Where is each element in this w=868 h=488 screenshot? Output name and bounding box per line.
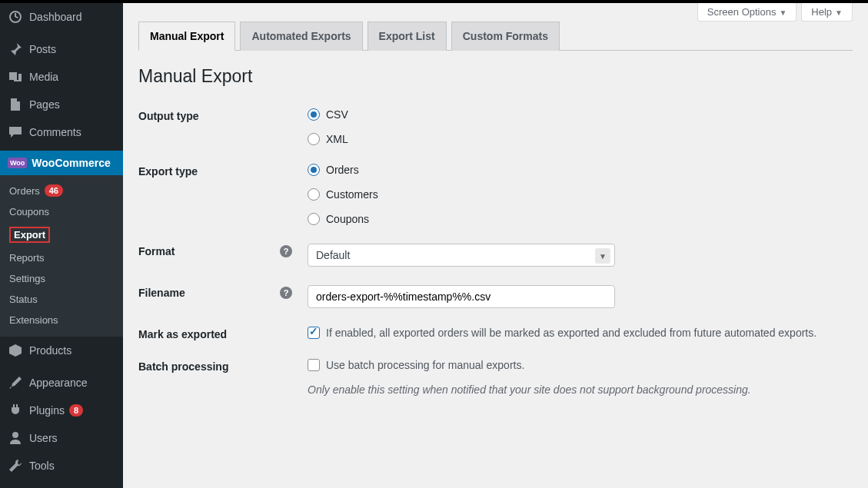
radio-customers-wrap[interactable]: Customers (308, 188, 853, 201)
label-export-type: Export type (138, 164, 308, 178)
mark-exported-checkbox[interactable] (308, 327, 320, 339)
sidebar-item-pages[interactable]: Pages (0, 91, 123, 118)
sidebar-item-products[interactable]: Products (0, 337, 123, 364)
sidebar-item-dashboard[interactable]: Dashboard (0, 3, 123, 31)
label-batch: Batch processing (138, 359, 308, 373)
sidebar-label: Comments (29, 126, 81, 138)
sidebar-sub-settings[interactable]: Settings (0, 268, 123, 289)
sidebar-sub-status[interactable]: Status (0, 289, 123, 310)
comment-icon (8, 124, 23, 140)
sidebar-item-plugins[interactable]: Plugins 8 (0, 397, 123, 424)
brush-icon (8, 375, 23, 390)
sidebar-sub-coupons[interactable]: Coupons (0, 201, 123, 222)
radio-xml[interactable] (308, 133, 320, 145)
sidebar-label: Posts (29, 43, 56, 55)
radio-xml-wrap[interactable]: XML (308, 133, 853, 145)
sub-label: Coupons (9, 206, 49, 217)
sidebar-sub-export[interactable]: Export (0, 222, 123, 247)
sidebar-label: Dashboard (29, 11, 82, 23)
sub-label: Reports (9, 252, 45, 264)
sidebar-label: Products (29, 344, 72, 357)
label-output-type: Output type (138, 108, 308, 122)
screen-options-button[interactable]: Screen Options▼ (697, 3, 797, 22)
tab-export-list[interactable]: Export List (367, 22, 447, 51)
batch-note: Only enable this setting when notified t… (308, 383, 853, 396)
sub-label: Settings (9, 273, 45, 284)
sub-label: Orders (9, 185, 40, 197)
tab-custom-formats[interactable]: Custom Formats (451, 22, 560, 51)
row-mark-exported: Mark as exported If enabled, all exporte… (138, 317, 853, 350)
sidebar-label: Plugins (29, 404, 65, 417)
sidebar-sub-extensions[interactable]: Extensions (0, 310, 123, 330)
label-mark-exported: Mark as exported (138, 327, 308, 340)
label-filename: Filename (138, 287, 185, 299)
help-icon[interactable]: ? (280, 287, 292, 299)
sub-label: Status (9, 294, 38, 305)
page-title: Manual Export (138, 66, 853, 87)
chevron-down-icon: ▼ (779, 8, 787, 17)
sidebar-label: Appearance (29, 377, 88, 389)
sidebar-item-tools[interactable]: Tools (0, 452, 123, 480)
sidebar-item-comments[interactable]: Comments (0, 118, 123, 146)
row-filename: Filename? (138, 276, 853, 317)
radio-coupons[interactable] (308, 213, 320, 225)
sidebar-sub-reports[interactable]: Reports (0, 247, 123, 268)
dashboard-icon (8, 9, 23, 25)
plugin-icon (8, 403, 23, 418)
batch-wrap[interactable]: Use batch processing for manual exports. (308, 359, 853, 371)
main-content: Screen Options▼ Help▼ Manual Export Auto… (123, 3, 868, 488)
sidebar-label: Users (29, 432, 58, 444)
page-icon (8, 97, 23, 112)
plugins-count-badge: 8 (69, 404, 83, 417)
row-output-type: Output type CSV XML (138, 99, 853, 154)
sidebar-label: Pages (29, 98, 60, 111)
row-format: Format? Default ▼ (138, 234, 853, 276)
sidebar-item-woocommerce[interactable]: Woo WooCommerce (0, 151, 123, 175)
wrench-icon (8, 458, 23, 473)
sidebar-label: WooCommerce (32, 157, 110, 169)
export-tabs: Manual Export Automated Exports Export L… (138, 22, 853, 51)
sub-label: Extensions (9, 314, 58, 326)
format-select[interactable]: Default (308, 244, 615, 267)
row-export-type: Export type Orders Customers Coupons (138, 154, 853, 234)
product-icon (8, 343, 23, 358)
radio-customers[interactable] (308, 188, 320, 201)
filename-input[interactable] (308, 285, 615, 308)
sidebar-item-media[interactable]: Media (0, 63, 123, 91)
radio-csv-wrap[interactable]: CSV (308, 108, 853, 121)
orders-count-badge: 46 (45, 184, 63, 197)
radio-coupons-wrap[interactable]: Coupons (308, 213, 853, 225)
sidebar-item-appearance[interactable]: Appearance (0, 369, 123, 397)
sidebar-label: Media (29, 71, 58, 83)
sidebar-label: Tools (29, 460, 55, 472)
tab-manual-export[interactable]: Manual Export (138, 22, 235, 51)
sidebar-sub-orders[interactable]: Orders 46 (0, 180, 123, 201)
media-icon (8, 69, 23, 85)
pin-icon (8, 41, 23, 57)
sidebar-item-posts[interactable]: Posts (0, 35, 123, 63)
label-format: Format (138, 245, 175, 257)
screen-meta-links: Screen Options▼ Help▼ (697, 3, 853, 22)
chevron-down-icon: ▼ (835, 8, 843, 17)
radio-orders-wrap[interactable]: Orders (308, 164, 853, 176)
user-icon (8, 430, 23, 446)
radio-orders[interactable] (308, 164, 320, 176)
woocommerce-submenu: Orders 46 Coupons Export Reports Setting… (0, 175, 123, 337)
radio-csv[interactable] (308, 108, 320, 121)
woocommerce-icon: Woo (8, 158, 27, 168)
tab-automated-exports[interactable]: Automated Exports (240, 22, 362, 51)
sidebar-item-users[interactable]: Users (0, 424, 123, 452)
help-button[interactable]: Help▼ (801, 3, 853, 22)
batch-checkbox[interactable] (308, 359, 320, 371)
admin-sidebar: Dashboard Posts Media Pages Comments Woo… (0, 3, 123, 488)
mark-exported-wrap[interactable]: If enabled, all exported orders will be … (308, 327, 853, 339)
sub-label: Export (9, 227, 50, 243)
row-batch: Batch processing Use batch processing fo… (138, 350, 853, 405)
help-icon[interactable]: ? (280, 245, 292, 257)
